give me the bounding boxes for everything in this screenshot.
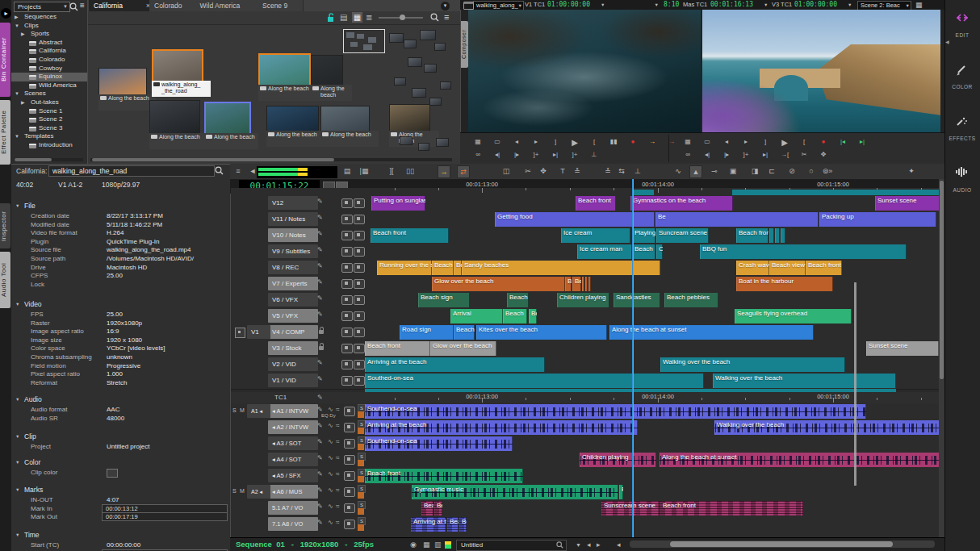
bin-mini-thumb[interactable] xyxy=(400,136,413,145)
bin-search-icon[interactable] xyxy=(430,13,439,22)
source-monitor-toggle[interactable] xyxy=(354,344,365,353)
sidebar-item-effects[interactable]: EFFECTS xyxy=(944,111,980,153)
bin-script-view-icon[interactable]: ≣ xyxy=(366,13,372,22)
audio-clip-be[interactable]: Be xyxy=(434,501,442,516)
clip-crash-wave[interactable]: Crash wave xyxy=(736,261,769,275)
tree-item-cowboy[interactable]: Cowboy xyxy=(11,65,87,73)
bin-clip-along[interactable]: Along the beach xyxy=(320,106,370,146)
source-monitor-toggle[interactable] xyxy=(354,247,365,257)
audio-monitor-toggle[interactable] xyxy=(344,439,355,449)
focus-button[interactable]: ◉ xyxy=(410,541,417,549)
track-header-v7[interactable]: V7 / Experts xyxy=(268,277,318,290)
transport-button[interactable]: ▸ xyxy=(738,138,754,145)
audio-monitor-toggle[interactable] xyxy=(344,520,355,529)
project-selector[interactable]: Projects ▼ xyxy=(14,2,70,12)
timeline-tool-icon[interactable]: ◨ xyxy=(749,165,760,177)
tree-item-templates[interactable]: ▼Templates xyxy=(11,132,87,141)
bin-text-view-icon[interactable]: ▤ xyxy=(340,13,347,22)
clip-sandy-beaches[interactable]: Sandy beaches xyxy=(462,261,660,275)
record-monitor-toggle[interactable] xyxy=(341,231,353,240)
pencil-icon[interactable]: ✎ xyxy=(317,406,323,413)
pencil-icon[interactable]: ✎ xyxy=(317,375,323,382)
track-header--a4-sot[interactable]: ◂ A4 / SOT xyxy=(268,453,318,466)
audio-clip-beach-front[interactable]: Beach front xyxy=(660,501,803,516)
track-header-v4[interactable]: V4 / COMP xyxy=(268,325,318,339)
bin-size-slider-knob[interactable] xyxy=(400,15,405,20)
clip-gymnastics-on-the-beach[interactable]: Gymnastics on the beach xyxy=(630,196,733,211)
footer-dropdown-icon[interactable]: ▼ xyxy=(576,541,581,549)
clip-playing[interactable]: Playing xyxy=(632,228,655,243)
clip-getting-food[interactable]: Getting food xyxy=(495,212,655,227)
pencil-icon[interactable]: ✎ xyxy=(317,438,323,445)
clip-putting-on-sunglas[interactable]: Putting on sunglas xyxy=(371,196,425,211)
tree-arrow-icon[interactable]: ▼ xyxy=(15,90,19,98)
step-back-footer-button[interactable]: ◂ xyxy=(617,541,621,549)
bin-navigator[interactable] xyxy=(343,29,385,53)
tab-effect-palette[interactable]: Effect Palette xyxy=(0,100,10,165)
pencil-icon[interactable]: ✎ xyxy=(317,246,323,253)
bin-mini-thumb[interactable] xyxy=(440,81,451,90)
clip-beach-sign[interactable]: Beach sign xyxy=(418,293,470,307)
clip-ice-cream-man[interactable]: Ice cream man xyxy=(577,244,632,259)
record-monitor-toggle[interactable] xyxy=(341,376,353,386)
source-monitor[interactable] xyxy=(468,10,701,132)
pencil-icon[interactable]: ✎ xyxy=(317,230,323,237)
audio-clip-sunscream-scene[interactable]: Sunscream scene xyxy=(601,501,660,516)
bin-clip-along[interactable]: Along the beach xyxy=(258,53,309,100)
clip-along-the-beach-at-sunset[interactable]: Along the beach at sunset xyxy=(609,325,814,340)
tree-item-california[interactable]: California xyxy=(11,47,87,56)
source-monitor-toggle[interactable] xyxy=(354,231,365,240)
clip-fragment[interactable] xyxy=(582,277,584,291)
mute-button[interactable] xyxy=(358,524,364,531)
bin-mini-thumb[interactable] xyxy=(389,33,404,43)
waveform-toggle-icon[interactable]: ∿ xyxy=(328,486,333,494)
tab-composer[interactable]: Composer xyxy=(461,21,468,68)
bin-mini-thumb[interactable] xyxy=(408,57,422,67)
composer-clip-icon[interactable] xyxy=(463,2,474,10)
bin-clip-along[interactable]: Along the beach xyxy=(266,106,319,146)
clip-color-swatch[interactable] xyxy=(107,469,118,478)
tab-bin-container[interactable]: Bin Container xyxy=(0,23,10,97)
record-monitor-toggle[interactable] xyxy=(341,328,353,337)
mute-button[interactable] xyxy=(358,460,364,466)
timeline-tool-icon[interactable]: ⊏ xyxy=(766,165,777,177)
tree-item-scenes[interactable]: ▼Scenes xyxy=(11,90,87,98)
timeline-tool-icon[interactable]: |▦ xyxy=(358,165,370,177)
record-monitor-toggle[interactable] xyxy=(341,295,353,305)
clip-sunset-scene[interactable]: Sunset scene xyxy=(875,196,940,211)
transport-button[interactable]: ▭ xyxy=(489,138,505,145)
clip-ice-cream[interactable]: Ice cream xyxy=(561,228,630,243)
inspector-row-input[interactable]: 00:00:17:19 xyxy=(102,512,228,521)
pencil-icon[interactable]: ✎ xyxy=(317,294,323,302)
clip-beach[interactable]: Beach xyxy=(454,325,475,340)
tab-inspector[interactable]: Inspector xyxy=(0,203,10,248)
audio-clip-arriving-at-the-beach[interactable]: Arriving at the beach xyxy=(365,420,638,435)
audio-clip-along-the-beach-at-sunset[interactable]: Along the beach at sunset xyxy=(660,453,940,467)
bin-mini-thumb[interactable] xyxy=(429,98,442,106)
timeline-tool-icon[interactable]: ◫ xyxy=(500,165,512,177)
tree-arrow-icon[interactable]: ▶ xyxy=(21,30,25,39)
pencil-icon[interactable]: ✎ xyxy=(317,214,323,221)
record-monitor-toggle[interactable] xyxy=(341,198,353,208)
timeline-tool-icon[interactable]: ≛ xyxy=(602,165,614,177)
project-search-icon[interactable] xyxy=(69,2,78,11)
transport-button[interactable]: ▸| xyxy=(757,151,773,158)
tree-item-colorado[interactable]: Colorado xyxy=(11,56,87,65)
section-collapse-icon[interactable]: ▼ xyxy=(15,487,19,492)
audio-clip-gymnastic-music[interactable]: Gymnastic music xyxy=(412,485,618,499)
clip-suncream-scene[interactable]: Suncream scene xyxy=(656,228,709,243)
clip-sandcastles[interactable]: Sandcastles xyxy=(614,293,660,307)
bin-tab-wild-america[interactable]: Wild America xyxy=(195,0,262,11)
timeline-tool-icon[interactable]: ≡ xyxy=(232,165,244,177)
mute-button[interactable] xyxy=(358,444,364,450)
transport-button[interactable]: ▶ xyxy=(567,138,583,147)
transport-button[interactable]: ▸| xyxy=(854,138,870,145)
source-monitor-toggle[interactable] xyxy=(354,279,365,289)
section-collapse-icon[interactable]: ▼ xyxy=(15,434,19,439)
clip-c[interactable]: C xyxy=(656,244,663,259)
bin-clip-walking_along_[interactable]: walking_along_ _the_road xyxy=(152,49,202,96)
tree-item-scene-1[interactable]: Scene 1 xyxy=(11,107,87,116)
project-menu-icon[interactable]: ≡ xyxy=(80,2,85,10)
timeline-tool-icon[interactable]: ▤ xyxy=(341,165,353,177)
automation-icon[interactable]: ≈ xyxy=(336,470,339,478)
